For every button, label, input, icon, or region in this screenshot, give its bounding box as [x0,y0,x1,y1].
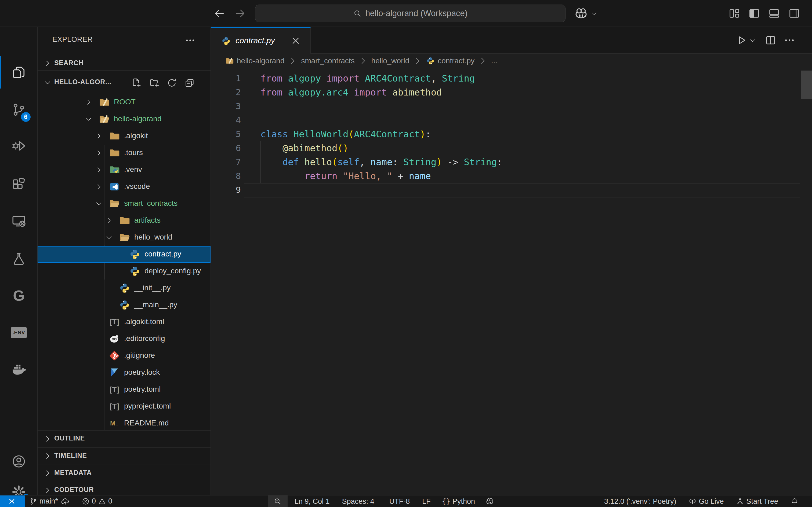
breadcrumb-helloworld[interactable]: hello_world [371,57,409,65]
remote-indicator[interactable] [0,496,25,507]
copilot-icon[interactable] [573,6,589,21]
code-line-2[interactable]: 2from algopy.arc4 import abimethod [211,85,812,99]
editorconfig-icon [108,333,120,345]
section-search[interactable]: SEARCH [38,56,211,70]
command-center-search[interactable]: hello-algorand (Workspace) [255,5,565,22]
new-folder-icon[interactable] [149,77,159,88]
svg-text:[T]: [T] [110,402,119,410]
new-file-icon[interactable] [131,77,142,88]
root-folder-icon [98,96,110,108]
scrollbar-thumb[interactable] [801,70,812,99]
code-line-4[interactable]: 4 [211,113,812,127]
explorer-view-icon[interactable] [0,56,38,89]
chevron-down-icon[interactable] [591,10,598,17]
collapse-all-icon[interactable] [184,77,195,88]
tree-item-README.md[interactable]: M↓README.md [38,415,211,430]
tree-item-.algokit.toml[interactable]: [T].algokit.toml [38,314,211,331]
source-control-view-icon[interactable] [0,94,38,126]
svg-text:[T]: [T] [110,318,119,326]
accounts-icon[interactable] [0,445,38,477]
code-line-8[interactable]: 8 return "Hello, " + name [211,169,812,183]
close-icon[interactable] [290,36,301,46]
line-number: 9 [211,183,241,197]
section-codetour[interactable]: CODETOUR [38,482,211,495]
tree-item-label: poetry.toml [124,385,161,394]
start-tree-item[interactable]: Start Tree [736,497,778,506]
remote-explorer-view-icon[interactable] [0,205,38,237]
folder-python-icon [108,164,120,176]
tree-item-artifacts[interactable]: artifacts [38,212,211,229]
notifications-item[interactable] [791,497,799,505]
code-line-3[interactable]: 3 [211,99,812,113]
tree-item-.gitignore[interactable]: .gitignore [38,347,211,364]
tree-item-contract.py[interactable]: contract.py [38,246,211,263]
tree-item-.tours[interactable]: .tours [38,145,211,162]
tree-item-__init__.py[interactable]: __init__.py [38,280,211,297]
section-timeline[interactable]: TIMELINE [38,447,211,465]
algokit-view-icon[interactable]: G [0,279,38,312]
section-timeline-label: TIMELINE [54,451,87,459]
breadcrumb-hello-algorand[interactable]: hello-algorand [225,56,284,65]
zoom-indicator[interactable] [268,496,288,507]
sync-changes-item[interactable] [61,497,70,506]
toml-icon: [T] [108,316,120,328]
python-interpreter-item[interactable]: 3.12.0 ('.venv': Poetry) [604,497,676,506]
run-debug-view-icon[interactable] [0,130,38,162]
testing-view-icon[interactable] [0,242,38,275]
editor-more-actions-icon[interactable] [783,34,795,46]
tree-item-poetry.lock[interactable]: poetry.lock [38,364,211,381]
copilot-status-item[interactable] [485,497,494,506]
code-line-1[interactable]: 1from algopy import ARC4Contract, String [211,71,812,85]
code-line-5[interactable]: 5class HelloWorld(ARC4Contract): [211,127,812,141]
refresh-icon[interactable] [166,77,177,88]
tree-item-deploy_config.py[interactable]: deploy_config.py [38,263,211,280]
problems-item[interactable]: 0 0 [82,497,112,505]
tree-item-.editorconfig[interactable]: .editorconfig [38,331,211,347]
docker-view-icon[interactable] [0,353,38,385]
code-line-6[interactable]: 6 @abimethod() [211,141,812,155]
toggle-secondary-sidebar-icon[interactable] [788,7,801,19]
breadcrumb-[interactable]: ... [491,57,497,65]
extensions-view-icon[interactable] [0,168,38,200]
go-live-item[interactable]: Go Live [689,497,724,506]
dotenv-view-icon[interactable]: .ENV [0,317,38,349]
code-line-7[interactable]: 7 def hello(self, name: String) -> Strin… [211,155,812,169]
tree-item-.algokit[interactable]: .algokit [38,128,211,145]
back-arrow-icon[interactable] [213,7,225,19]
cursor-position-item[interactable]: Ln 9, Col 1 [295,497,330,506]
toggle-sidebar-icon[interactable] [748,7,760,19]
toggle-panel-icon[interactable] [768,7,780,19]
section-metadata[interactable]: METADATA [38,465,211,482]
warning-count: 0 [108,497,112,505]
section-workspace[interactable]: HELLO-ALGOR... [38,70,211,94]
customize-layout-icon[interactable] [728,7,741,19]
tab-contract-py[interactable]: contract.py [211,27,311,54]
code-text: from algopy.arc4 import abimethod [260,85,442,99]
section-outline[interactable]: OUTLINE [38,430,211,447]
tree-item-smart_contracts[interactable]: smart_contracts [38,195,211,212]
tree-icon [736,497,744,505]
tree-item-hello_world[interactable]: hello_world [38,229,211,246]
run-button-icon[interactable] [736,34,748,46]
forward-arrow-icon[interactable] [234,7,246,19]
more-actions-icon[interactable] [185,35,196,46]
tree-item-hello-algorand[interactable]: hello-algorand [38,111,211,128]
code-editor[interactable]: 98 return "Hello, " + name7 def hello(se… [211,68,812,495]
split-editor-icon[interactable] [765,34,776,46]
tree-item-label: ROOT [114,98,136,106]
breadcrumb-contractpy[interactable]: contract.py [426,56,474,65]
breadcrumb-smartcontracts[interactable]: smart_contracts [301,57,354,65]
eol-item[interactable]: LF [422,497,431,506]
encoding-item[interactable]: UTF-8 [389,497,410,506]
git-branch-item[interactable]: main* [29,497,58,505]
tree-item-.vscode[interactable]: .vscode [38,178,211,195]
tree-item-poetry.toml[interactable]: [T]poetry.toml [38,381,211,398]
tree-item-ROOT[interactable]: ROOT [38,94,211,111]
tree-item-pyproject.toml[interactable]: [T]pyproject.toml [38,398,211,415]
language-mode-item[interactable]: {} Python [442,497,475,506]
tree-item-.venv[interactable]: .venv [38,162,211,178]
tree-item-label: hello_world [134,233,172,241]
indentation-item[interactable]: Spaces: 4 [342,497,374,506]
run-dropdown-chevron-icon[interactable] [749,37,756,44]
tree-item-__main__.py[interactable]: __main__.py [38,297,211,314]
